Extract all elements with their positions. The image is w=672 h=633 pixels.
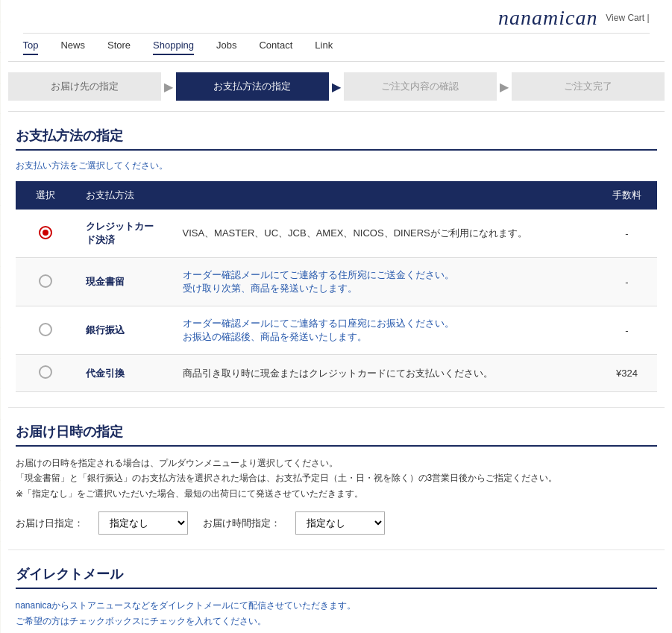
fee-cell: - — [597, 210, 657, 258]
view-cart-link[interactable]: View Cart | — [606, 13, 649, 23]
arrow-3: ▶ — [497, 80, 512, 94]
header-top: nanamican View Cart | — [23, 0, 650, 33]
method-cell: 銀行振込 — [75, 306, 172, 355]
delivery-row: お届け日指定： 指定なし お届け時間指定： 指定なし — [16, 511, 657, 535]
payment-title: お支払方法の指定 — [16, 127, 657, 151]
radio-cod[interactable] — [39, 365, 52, 379]
fee-cell: - — [597, 306, 657, 355]
table-row: クレジットカード決済 VISA、MASTER、UC、JCB、AMEX、NICOS… — [16, 210, 657, 258]
radio-credit[interactable] — [39, 226, 52, 239]
arrow-2: ▶ — [329, 80, 344, 94]
date-label: お届け日指定： — [16, 517, 84, 530]
step-payment: お支払方法の指定 — [176, 72, 329, 101]
nav-store[interactable]: Store — [107, 40, 131, 55]
nav-jobs[interactable]: Jobs — [216, 40, 236, 55]
desc-cell: 商品引き取り時に現金またはクレジットカードにてお支払いください。 — [172, 355, 597, 392]
nav-shopping[interactable]: Shopping — [153, 40, 194, 55]
table-row: 現金書留 オーダー確認メールにてご連絡する住所宛にご送金ください。 受け取り次第… — [16, 258, 657, 306]
th-select: 選択 — [16, 181, 75, 210]
nav-top[interactable]: Top — [23, 40, 39, 55]
table-row: 代金引換 商品引き取り時に現金またはクレジットカードにてお支払いください。 ¥3… — [16, 355, 657, 392]
th-fee: 手数料 — [597, 181, 657, 210]
nav-link[interactable]: Link — [315, 40, 333, 55]
step-confirm: ご注文内容の確認 — [344, 72, 497, 101]
site-logo: nanamican — [498, 6, 597, 30]
dm-desc: nananicaからストアニュースなどをダイレクトメールにて配信させていただきま… — [16, 598, 657, 629]
time-label: お届け時間指定： — [203, 517, 280, 530]
nav-contact[interactable]: Contact — [259, 40, 292, 55]
payment-section: お支払方法の指定 お支払い方法をご選択してください。 選択 お支払方法 手数料 … — [8, 112, 665, 408]
desc-cell: VISA、MASTER、UC、JCB、AMEX、NICOS、DINERSがご利用… — [172, 210, 597, 258]
delivery-title: お届け日時の指定 — [16, 423, 657, 447]
delivery-section: お届け日時の指定 お届けの日時を指定される場合は、プルダウンメニューより選択して… — [8, 408, 665, 550]
radio-cell[interactable] — [16, 306, 75, 355]
fee-cell: - — [597, 258, 657, 306]
radio-bank[interactable] — [39, 323, 52, 336]
method-cell: 代金引換 — [75, 355, 172, 392]
radio-cell[interactable] — [16, 355, 75, 392]
radio-cash-mail[interactable] — [39, 274, 52, 288]
step-complete: ご注文完了 — [512, 72, 665, 101]
method-cell: 現金書留 — [75, 258, 172, 306]
radio-cell[interactable] — [16, 210, 75, 258]
desc-cell: オーダー確認メールにてご連絡する住所宛にご送金ください。 受け取り次第、商品を発… — [172, 258, 597, 306]
payment-table: 選択 お支払方法 手数料 クレジットカード決済 VISA、MASTER、UC、J… — [16, 181, 657, 392]
main-nav: Top News Store Shopping Jobs Contact Lin… — [23, 33, 650, 61]
nav-news[interactable]: News — [60, 40, 85, 55]
radio-cell[interactable] — [16, 258, 75, 306]
table-row: 銀行振込 オーダー確認メールにてご連絡する口座宛にお振込ください。 お振込の確認… — [16, 306, 657, 355]
payment-desc: お支払い方法をご選択してください。 — [16, 160, 657, 172]
dm-title: ダイレクトメール — [16, 565, 657, 589]
delivery-desc: お届けの日時を指定される場合は、プルダウンメニューより選択してください。 「現金… — [16, 456, 657, 501]
th-desc — [172, 181, 597, 210]
desc-cell: オーダー確認メールにてご連絡する口座宛にお振込ください。 お振込の確認後、商品を… — [172, 306, 597, 355]
time-select[interactable]: 指定なし — [295, 511, 385, 535]
dm-section: ダイレクトメール nananicaからストアニュースなどをダイレクトメールにて配… — [8, 550, 665, 633]
th-method: お支払方法 — [75, 181, 172, 210]
arrow-1: ▶ — [161, 80, 176, 94]
method-cell: クレジットカード決済 — [75, 210, 172, 258]
date-select[interactable]: 指定なし — [98, 511, 188, 535]
fee-cell: ¥324 — [597, 355, 657, 392]
step-delivery: お届け先の指定 — [8, 72, 161, 101]
steps-bar: お届け先の指定 ▶ お支払方法の指定 ▶ ご注文内容の確認 ▶ ご注文完了 — [8, 62, 665, 112]
